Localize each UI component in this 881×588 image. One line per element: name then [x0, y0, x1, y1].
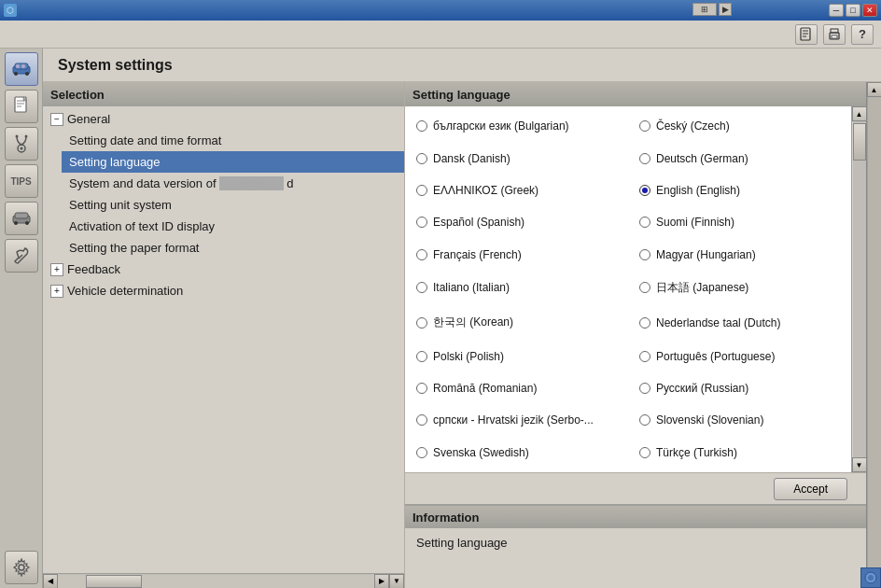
accept-button[interactable]: Accept	[774, 478, 847, 500]
lang-item-swedish[interactable]: Svenska (Swedish)	[405, 437, 628, 469]
lang-item-polish[interactable]: Polski (Polish)	[405, 341, 628, 372]
vscroll-down-button[interactable]: ▼	[389, 574, 404, 589]
tree-node-vehicle-determination[interactable]: + Vehicle determination	[43, 280, 404, 301]
lang-item-japanese[interactable]: 日本語 (Japanese)	[628, 271, 851, 305]
radio-italian[interactable]	[416, 282, 427, 293]
radio-japanese[interactable]	[639, 282, 650, 293]
lang-item-romanian[interactable]: Română (Romanian)	[405, 372, 628, 404]
lang-label-polish: Polski (Polish)	[433, 350, 504, 363]
radio-slovenian[interactable]	[639, 414, 650, 426]
lang-item-italian[interactable]: Italiano (Italian)	[405, 271, 628, 305]
radio-bulgarian[interactable]	[416, 120, 427, 132]
vscroll-down-button-lang[interactable]: ▼	[852, 457, 867, 472]
radio-german[interactable]	[639, 153, 650, 164]
radio-swedish[interactable]	[416, 447, 427, 458]
tree-toggle-general[interactable]: −	[50, 113, 63, 126]
sidebar-icon-tips[interactable]: TIPS	[5, 164, 38, 198]
lang-item-serbian[interactable]: српски - Hrvatski jezik (Serbo-...	[405, 404, 628, 436]
hscroll-thumb[interactable]	[86, 575, 142, 588]
vehicle-determination-label: Vehicle determination	[67, 284, 183, 298]
radio-danish[interactable]	[416, 153, 427, 164]
sidebar-icon-stethoscope[interactable]	[5, 127, 38, 161]
tree-node-general[interactable]: − General	[43, 108, 404, 130]
radio-russian[interactable]	[639, 383, 650, 394]
info-panel-content: Setting language	[405, 528, 866, 557]
lang-item-slovenian[interactable]: Slovenski (Slovenian)	[628, 404, 851, 436]
sidebar-icon-car[interactable]	[5, 52, 38, 86]
lang-item-turkish[interactable]: Türkçe (Turkish)	[628, 437, 851, 469]
lang-item-russian[interactable]: Русский (Russian)	[628, 372, 851, 404]
outer-vscrollbar: ▲ ▼	[866, 82, 881, 588]
svg-rect-12	[21, 64, 25, 68]
activation-text-id-label: Activation of text ID display	[69, 219, 215, 233]
language-list-area: български език (Bulgarian) Český (Czech)…	[405, 106, 866, 472]
lang-item-czech[interactable]: Český (Czech)	[628, 110, 851, 142]
tree-toggle-vehicle[interactable]: +	[50, 285, 63, 298]
lang-label-italian: Italiano (Italian)	[433, 281, 510, 294]
book-icon-button[interactable]	[795, 24, 818, 45]
svg-point-20	[24, 135, 27, 138]
radio-romanian[interactable]	[416, 383, 427, 394]
tray-icon[interactable]	[860, 567, 881, 588]
lang-item-danish[interactable]: Dansk (Danish)	[405, 142, 628, 174]
radio-hungarian[interactable]	[639, 249, 650, 260]
minimize-button[interactable]: ─	[829, 4, 844, 17]
radio-finnish[interactable]	[639, 217, 650, 228]
sidebar-icon-wrench[interactable]	[5, 239, 38, 273]
selection-panel-header: Selection	[43, 82, 404, 106]
lang-item-hungarian[interactable]: Magyar (Hungarian)	[628, 238, 851, 270]
lang-item-korean[interactable]: 한국의 (Korean)	[405, 305, 628, 340]
radio-greek[interactable]	[416, 185, 427, 196]
lang-item-spanish[interactable]: Español (Spanish)	[405, 206, 628, 238]
svg-point-10	[25, 72, 29, 76]
lang-item-german[interactable]: Deutsch (German)	[628, 142, 851, 174]
document-icon	[12, 96, 31, 117]
lang-item-portuguese[interactable]: Português (Portuguese)	[628, 341, 851, 372]
svg-point-9	[14, 72, 18, 76]
tree-node-setting-paper-format[interactable]: Setting the paper format	[62, 237, 404, 259]
sidebar-icon-car2[interactable]	[5, 202, 38, 235]
sidebar-icons: TIPS	[0, 49, 43, 588]
tree-node-feedback[interactable]: + Feedback	[43, 259, 404, 280]
radio-spanish[interactable]	[416, 217, 427, 228]
tray-icon-gfx	[863, 570, 878, 585]
maximize-button[interactable]: □	[846, 4, 860, 17]
lang-item-greek[interactable]: ΕΛΛΗΝΙΚΟΣ (Greek)	[405, 175, 628, 206]
radio-english[interactable]	[639, 185, 650, 196]
lang-item-finnish[interactable]: Suomi (Finnish)	[628, 206, 851, 238]
radio-french[interactable]	[416, 249, 427, 260]
lang-label-finnish: Suomi (Finnish)	[656, 216, 734, 229]
svg-point-27	[19, 565, 24, 570]
radio-korean[interactable]	[416, 317, 427, 329]
radio-turkish[interactable]	[639, 447, 650, 458]
tree-node-setting-unit-system[interactable]: Setting unit system	[62, 194, 404, 216]
lang-item-dutch[interactable]: Nederlandse taal (Dutch)	[628, 305, 851, 340]
lang-item-bulgarian[interactable]: български език (Bulgarian)	[405, 110, 628, 142]
tree-node-system-data-version[interactable]: System and data version of ▓▓▓ d	[62, 173, 404, 194]
tree-node-activation-text-id[interactable]: Activation of text ID display	[62, 216, 404, 237]
tree-toggle-feedback[interactable]: +	[50, 263, 63, 276]
radio-dutch[interactable]	[639, 317, 650, 329]
lang-label-dutch: Nederlandse taal (Dutch)	[656, 316, 780, 329]
sidebar-icon-document[interactable]	[5, 90, 38, 123]
lang-item-french[interactable]: Français (French)	[405, 238, 628, 270]
window-controls[interactable]: ─ □ ✕	[829, 4, 877, 17]
vscroll-thumb[interactable]	[853, 123, 866, 161]
vscroll-up-button[interactable]: ▲	[852, 106, 867, 121]
hscroll-left-button[interactable]: ◀	[43, 574, 58, 589]
hscroll-right-button[interactable]: ▶	[374, 574, 389, 589]
close-button[interactable]: ✕	[862, 4, 877, 17]
accept-area: Accept	[405, 472, 866, 504]
sidebar-icon-settings[interactable]	[5, 551, 38, 584]
outer-vscroll-up[interactable]: ▲	[867, 82, 882, 97]
radio-portuguese[interactable]	[639, 351, 650, 362]
tree-node-setting-date-time[interactable]: Setting date and time format	[62, 130, 404, 151]
radio-czech[interactable]	[639, 120, 650, 132]
lang-item-english[interactable]: English (English)	[628, 175, 851, 206]
radio-serbian[interactable]	[416, 414, 427, 426]
print-icon-button[interactable]	[823, 24, 846, 45]
help-icon-button[interactable]: ?	[851, 24, 874, 45]
right-panel-content: Setting language български език (Bulgari…	[405, 82, 866, 588]
radio-polish[interactable]	[416, 351, 427, 362]
tree-node-setting-language[interactable]: Setting language	[62, 151, 404, 173]
